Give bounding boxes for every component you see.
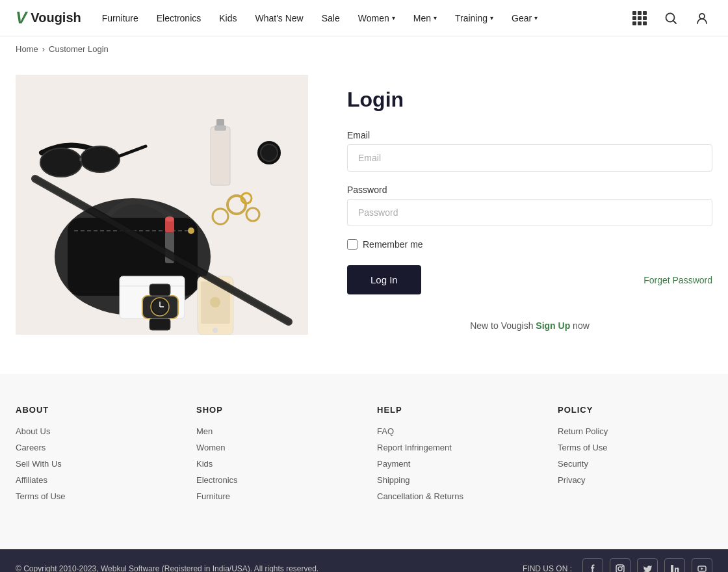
svg-point-7: [188, 228, 194, 234]
email-label: Email: [347, 130, 712, 140]
youtube-icon[interactable]: [692, 558, 712, 572]
nav-link-men[interactable]: Men: [413, 13, 437, 23]
svg-point-34: [165, 216, 174, 222]
login-actions: Log In Forget Password: [347, 265, 712, 294]
new-user-suffix: now: [570, 320, 590, 331]
nav-link-training[interactable]: Training: [455, 13, 493, 23]
footer-policy-title: POLICY: [558, 405, 712, 415]
svg-point-41: [671, 565, 673, 567]
breadcrumb-current: Customer Login: [49, 44, 109, 54]
footer-link-return-policy[interactable]: Return Policy: [558, 426, 712, 436]
nav-link-sale[interactable]: Sale: [322, 13, 340, 23]
breadcrumb: Home › Customer Login: [0, 36, 728, 62]
password-input[interactable]: [347, 199, 712, 226]
search-icon: [664, 12, 677, 25]
footer-about-title: ABOUT: [16, 405, 170, 415]
footer-about-col: ABOUT About UsCareersSell With UsAffilia…: [16, 405, 170, 508]
footer-link-terms-of-use[interactable]: Terms of Use: [558, 443, 712, 452]
svg-point-38: [618, 567, 622, 571]
footer-help-col: HELP FAQReport InfringementPaymentShippi…: [377, 405, 532, 508]
grid-icon: [632, 11, 647, 25]
logo[interactable]: V Vougish: [16, 8, 81, 28]
footer-help-title: HELP: [377, 405, 532, 415]
nav-link-whats-new[interactable]: What's New: [255, 13, 303, 23]
footer: ABOUT About UsCareersSell With UsAffilia…: [0, 374, 728, 549]
grid-menu-button[interactable]: [629, 8, 650, 29]
nav-link-furniture[interactable]: Furniture: [102, 13, 138, 23]
footer-link-report-infringement[interactable]: Report Infringement: [377, 443, 532, 452]
footer-link-affiliates[interactable]: Affiliates: [16, 475, 170, 485]
signup-row: New to Vougish Sign Up now: [347, 320, 712, 331]
logo-v-icon: V: [16, 8, 27, 28]
password-label: Password: [347, 185, 712, 195]
footer-link-faq[interactable]: FAQ: [377, 426, 532, 436]
main-content: Login Email Password Remember me Log In …: [0, 62, 728, 374]
nav-link-kids[interactable]: Kids: [219, 13, 237, 23]
navbar: V Vougish FurnitureElectronicsKidsWhat's…: [0, 0, 728, 36]
footer-link-payment[interactable]: Payment: [377, 459, 532, 469]
svg-point-19: [213, 328, 218, 333]
svg-point-21: [40, 148, 82, 177]
instagram-icon[interactable]: [610, 558, 630, 572]
footer-link-kids[interactable]: Kids: [196, 459, 351, 469]
nav-icons: [629, 8, 712, 29]
footer-link-men[interactable]: Men: [196, 426, 351, 436]
svg-point-39: [622, 566, 623, 567]
logo-name: Vougish: [31, 10, 81, 25]
forget-password-link[interactable]: Forget Password: [644, 275, 712, 285]
svg-rect-29: [211, 127, 230, 185]
breadcrumb-sep: ›: [42, 44, 45, 54]
svg-point-36: [261, 144, 278, 161]
footer-link-women[interactable]: Women: [196, 443, 351, 452]
footer-link-privacy[interactable]: Privacy: [558, 475, 712, 485]
signup-link[interactable]: Sign Up: [536, 320, 570, 331]
footer-policy-col: POLICY Return PolicyTerms of UseSecurity…: [558, 405, 712, 508]
find-us-label: FIND US ON :: [523, 564, 572, 572]
svg-line-1: [673, 20, 677, 23]
social-row: FIND US ON :: [523, 558, 712, 572]
breadcrumb-home[interactable]: Home: [16, 44, 38, 54]
login-button[interactable]: Log In: [347, 265, 421, 294]
remember-label[interactable]: Remember me: [363, 239, 423, 250]
svg-point-2: [699, 14, 705, 19]
footer-link-security[interactable]: Security: [558, 459, 712, 469]
password-group: Password: [347, 185, 712, 226]
search-button[interactable]: [660, 8, 681, 29]
footer-link-electronics[interactable]: Electronics: [196, 475, 351, 485]
account-button[interactable]: [692, 8, 712, 29]
remember-row: Remember me: [347, 239, 712, 250]
login-section: Login Email Password Remember me Log In …: [347, 75, 712, 335]
footer-link-cancellation--returns[interactable]: Cancellation & Returns: [377, 491, 532, 501]
nav-link-gear[interactable]: Gear: [512, 13, 538, 23]
nav-links: FurnitureElectronicsKidsWhat's NewSaleWo…: [102, 13, 629, 23]
remember-checkbox[interactable]: [347, 239, 358, 250]
copyright-text: © Copyright 2010-2023, Webkul Software (…: [16, 564, 318, 572]
footer-shop-col: SHOP MenWomenKidsElectronicsFurniture: [196, 405, 351, 508]
footer-columns: ABOUT About UsCareersSell With UsAffilia…: [16, 405, 712, 508]
svg-rect-16: [150, 284, 170, 296]
facebook-icon[interactable]: [582, 558, 603, 572]
svg-point-22: [81, 146, 120, 172]
footer-link-furniture[interactable]: Furniture: [196, 491, 351, 501]
login-title: Login: [347, 88, 712, 112]
email-input[interactable]: [347, 144, 712, 172]
user-icon: [696, 12, 708, 25]
linkedin-icon[interactable]: [664, 558, 685, 572]
footer-shop-title: SHOP: [196, 405, 351, 415]
twitter-icon[interactable]: [637, 558, 658, 572]
hero-image: [16, 75, 308, 335]
footer-link-careers[interactable]: Careers: [16, 443, 170, 452]
bottom-bar: © Copyright 2010-2023, Webkul Software (…: [0, 549, 728, 572]
svg-point-20: [210, 297, 220, 307]
footer-link-sell-with-us[interactable]: Sell With Us: [16, 459, 170, 469]
footer-link-shipping[interactable]: Shipping: [377, 475, 532, 485]
new-user-text: New to Vougish: [470, 320, 536, 331]
nav-link-women[interactable]: Women: [358, 13, 395, 23]
nav-link-electronics[interactable]: Electronics: [157, 13, 201, 23]
svg-rect-15: [150, 318, 170, 330]
email-group: Email: [347, 130, 712, 172]
footer-link-about-us[interactable]: About Us: [16, 426, 170, 436]
footer-link-terms-of-use[interactable]: Terms of Use: [16, 491, 170, 501]
svg-rect-31: [214, 125, 226, 131]
